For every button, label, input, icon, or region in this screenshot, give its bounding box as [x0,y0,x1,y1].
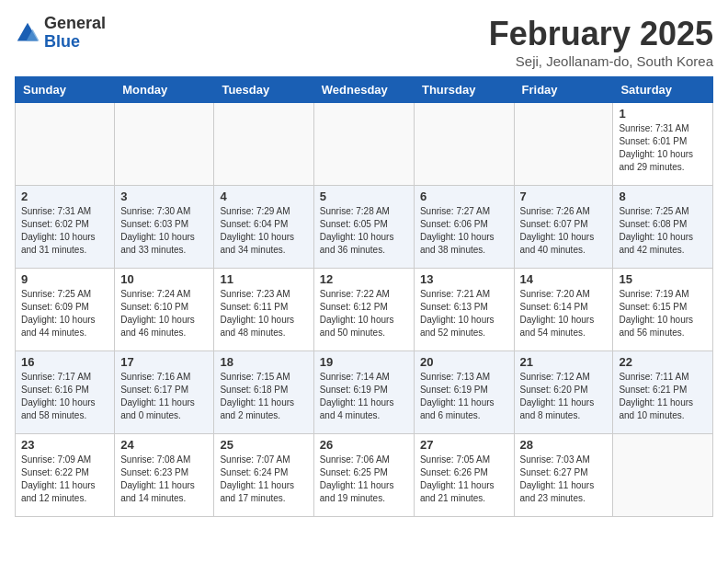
column-header-friday: Friday [514,77,613,103]
day-info: Sunrise: 7:24 AM Sunset: 6:10 PM Dayligh… [120,288,208,339]
day-info: Sunrise: 7:23 AM Sunset: 6:11 PM Dayligh… [220,288,307,339]
day-number: 25 [220,438,307,452]
day-info: Sunrise: 7:25 AM Sunset: 6:09 PM Dayligh… [21,288,108,339]
day-number: 2 [21,190,108,203]
day-info: Sunrise: 7:07 AM Sunset: 6:24 PM Dayligh… [220,454,307,505]
calendar-cell: 2Sunrise: 7:31 AM Sunset: 6:02 PM Daylig… [16,186,115,269]
day-info: Sunrise: 7:31 AM Sunset: 6:02 PM Dayligh… [21,205,108,257]
calendar-cell: 22Sunrise: 7:11 AM Sunset: 6:21 PM Dayli… [613,351,713,434]
day-number: 23 [21,438,108,452]
calendar-cell: 13Sunrise: 7:21 AM Sunset: 6:13 PM Dayli… [414,269,514,351]
day-number: 11 [220,272,307,286]
day-number: 4 [220,190,307,203]
calendar-cell: 18Sunrise: 7:15 AM Sunset: 6:18 PM Dayli… [214,351,313,434]
calendar-cell [414,103,514,186]
day-number: 18 [220,355,307,369]
column-header-thursday: Thursday [414,77,514,103]
day-info: Sunrise: 7:05 AM Sunset: 6:26 PM Dayligh… [420,454,508,505]
day-number: 17 [120,355,208,369]
day-number: 13 [420,272,508,286]
day-info: Sunrise: 7:26 AM Sunset: 6:07 PM Dayligh… [520,205,608,257]
day-number: 8 [619,190,707,203]
day-number: 9 [21,272,108,286]
calendar-cell [115,103,214,186]
calendar-header-row: SundayMondayTuesdayWednesdayThursdayFrid… [16,77,713,103]
calendar-cell: 3Sunrise: 7:30 AM Sunset: 6:03 PM Daylig… [115,186,214,269]
column-header-monday: Monday [115,77,214,103]
day-info: Sunrise: 7:30 AM Sunset: 6:03 PM Dayligh… [120,205,208,257]
column-header-sunday: Sunday [16,77,115,103]
calendar-cell: 9Sunrise: 7:25 AM Sunset: 6:09 PM Daylig… [16,269,115,351]
day-info: Sunrise: 7:27 AM Sunset: 6:06 PM Dayligh… [420,205,508,257]
day-info: Sunrise: 7:03 AM Sunset: 6:27 PM Dayligh… [520,454,608,505]
title-area: February 2025 Seji, Jeollanam-do, South … [489,15,713,69]
day-info: Sunrise: 7:16 AM Sunset: 6:17 PM Dayligh… [120,371,208,422]
calendar-cell: 7Sunrise: 7:26 AM Sunset: 6:07 PM Daylig… [514,186,613,269]
calendar-cell: 16Sunrise: 7:17 AM Sunset: 6:16 PM Dayli… [16,351,115,434]
day-info: Sunrise: 7:25 AM Sunset: 6:08 PM Dayligh… [619,205,707,257]
month-title: February 2025 [489,15,713,53]
calendar-cell: 12Sunrise: 7:22 AM Sunset: 6:12 PM Dayli… [313,269,414,351]
day-info: Sunrise: 7:21 AM Sunset: 6:13 PM Dayligh… [420,288,508,339]
day-info: Sunrise: 7:14 AM Sunset: 6:19 PM Dayligh… [320,371,408,422]
day-info: Sunrise: 7:22 AM Sunset: 6:12 PM Dayligh… [320,288,408,339]
calendar-cell [16,103,115,186]
calendar-week-row: 2Sunrise: 7:31 AM Sunset: 6:02 PM Daylig… [16,186,713,269]
calendar-cell: 15Sunrise: 7:19 AM Sunset: 6:15 PM Dayli… [613,269,713,351]
day-number: 16 [21,355,108,369]
day-number: 6 [420,190,508,203]
logo: General Blue [15,15,106,52]
column-header-wednesday: Wednesday [313,77,414,103]
day-info: Sunrise: 7:13 AM Sunset: 6:19 PM Dayligh… [420,371,508,422]
calendar-cell: 10Sunrise: 7:24 AM Sunset: 6:10 PM Dayli… [115,269,214,351]
calendar-cell: 6Sunrise: 7:27 AM Sunset: 6:06 PM Daylig… [414,186,514,269]
location: Seji, Jeollanam-do, South Korea [489,53,713,69]
day-number: 3 [120,190,208,203]
day-number: 15 [619,272,707,286]
day-info: Sunrise: 7:11 AM Sunset: 6:21 PM Dayligh… [619,371,707,422]
calendar-cell: 26Sunrise: 7:06 AM Sunset: 6:25 PM Dayli… [313,434,414,517]
day-info: Sunrise: 7:19 AM Sunset: 6:15 PM Dayligh… [619,288,707,339]
day-info: Sunrise: 7:17 AM Sunset: 6:16 PM Dayligh… [21,371,108,422]
logo-general: General [44,15,106,33]
day-number: 24 [120,438,208,452]
calendar-cell: 19Sunrise: 7:14 AM Sunset: 6:19 PM Dayli… [313,351,414,434]
day-number: 28 [520,438,608,452]
day-number: 22 [619,355,707,369]
day-number: 26 [320,438,408,452]
day-number: 27 [420,438,508,452]
day-number: 12 [320,272,408,286]
logo-text: General Blue [44,15,106,52]
day-number: 20 [420,355,508,369]
logo-icon [15,20,40,46]
calendar-cell: 25Sunrise: 7:07 AM Sunset: 6:24 PM Dayli… [214,434,313,517]
calendar-cell [214,103,313,186]
calendar-cell [514,103,613,186]
calendar-cell: 8Sunrise: 7:25 AM Sunset: 6:08 PM Daylig… [613,186,713,269]
calendar-cell: 11Sunrise: 7:23 AM Sunset: 6:11 PM Dayli… [214,269,313,351]
calendar-cell: 21Sunrise: 7:12 AM Sunset: 6:20 PM Dayli… [514,351,613,434]
calendar-cell: 20Sunrise: 7:13 AM Sunset: 6:19 PM Dayli… [414,351,514,434]
day-info: Sunrise: 7:15 AM Sunset: 6:18 PM Dayligh… [220,371,307,422]
day-info: Sunrise: 7:06 AM Sunset: 6:25 PM Dayligh… [320,454,408,505]
calendar-cell: 4Sunrise: 7:29 AM Sunset: 6:04 PM Daylig… [214,186,313,269]
day-info: Sunrise: 7:08 AM Sunset: 6:23 PM Dayligh… [120,454,208,505]
day-info: Sunrise: 7:31 AM Sunset: 6:01 PM Dayligh… [619,122,707,174]
day-number: 14 [520,272,608,286]
calendar-cell: 23Sunrise: 7:09 AM Sunset: 6:22 PM Dayli… [16,434,115,517]
day-number: 5 [320,190,408,203]
logo-blue: Blue [44,33,106,52]
calendar-cell: 24Sunrise: 7:08 AM Sunset: 6:23 PM Dayli… [115,434,214,517]
calendar-week-row: 23Sunrise: 7:09 AM Sunset: 6:22 PM Dayli… [16,434,713,517]
calendar-cell: 14Sunrise: 7:20 AM Sunset: 6:14 PM Dayli… [514,269,613,351]
calendar-cell: 27Sunrise: 7:05 AM Sunset: 6:26 PM Dayli… [414,434,514,517]
column-header-tuesday: Tuesday [214,77,313,103]
day-info: Sunrise: 7:09 AM Sunset: 6:22 PM Dayligh… [21,454,108,505]
header: General Blue February 2025 Seji, Jeollan… [15,15,713,69]
calendar-week-row: 16Sunrise: 7:17 AM Sunset: 6:16 PM Dayli… [16,351,713,434]
column-header-saturday: Saturday [613,77,713,103]
calendar-week-row: 1Sunrise: 7:31 AM Sunset: 6:01 PM Daylig… [16,103,713,186]
day-number: 1 [619,107,707,121]
calendar-cell: 28Sunrise: 7:03 AM Sunset: 6:27 PM Dayli… [514,434,613,517]
calendar-cell: 17Sunrise: 7:16 AM Sunset: 6:17 PM Dayli… [115,351,214,434]
